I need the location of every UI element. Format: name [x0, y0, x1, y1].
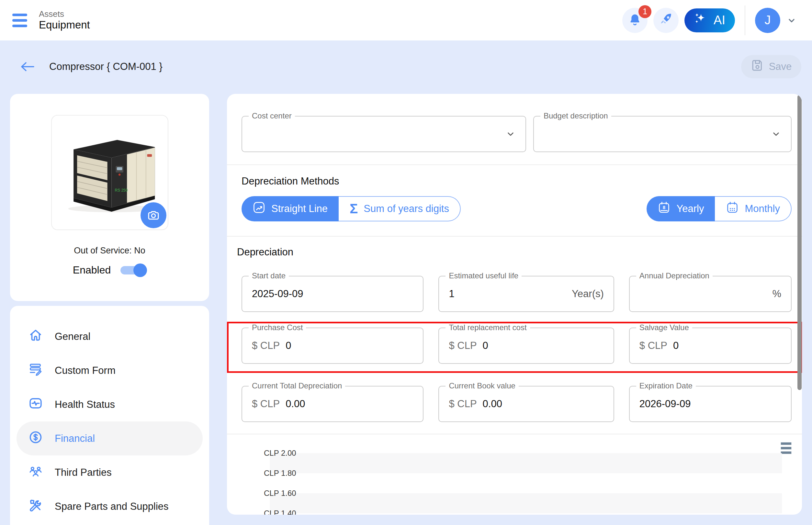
- field-label: Cost center: [249, 111, 295, 120]
- dollar-icon: [28, 430, 43, 447]
- field-annual-depreciation[interactable]: Annual Depreciation %: [629, 276, 792, 312]
- ai-assistant-button[interactable]: AI: [684, 9, 735, 32]
- chart-band: [270, 453, 782, 473]
- sidebar-item-label: Health Status: [55, 399, 115, 410]
- sidebar-item-spare-parts[interactable]: Spare Parts and Supplies: [16, 490, 203, 523]
- depreciation-heading: Depreciation: [237, 246, 792, 258]
- chart-axis-tick: CLP 2.00: [264, 449, 296, 458]
- app-title: Assets Equipment: [39, 10, 90, 31]
- change-photo-button[interactable]: [141, 202, 166, 228]
- trend-chart-icon: [253, 201, 265, 216]
- home-icon: [28, 328, 43, 345]
- sidebar-item-label: Third Parties: [55, 467, 112, 478]
- field-salvage-value[interactable]: Salvage Value $ CLP0: [629, 328, 792, 364]
- divider: [227, 434, 802, 434]
- header-divider: [745, 5, 745, 35]
- period-monthly-button[interactable]: Monthly: [715, 196, 792, 221]
- rocket-icon: [659, 13, 673, 28]
- enabled-toggle[interactable]: [120, 266, 146, 274]
- app-section-label: Assets: [39, 10, 90, 19]
- people-icon: [28, 464, 43, 481]
- page-title: Compressor { COM-001 }: [49, 61, 163, 73]
- field-label: Budget description: [540, 111, 611, 120]
- app-page-label: Equipment: [39, 19, 90, 31]
- method-segmented-control: Straight Line Σ Sum of years digits: [241, 196, 461, 221]
- sidebar-item-health-status[interactable]: Health Status: [16, 387, 203, 421]
- form-icon: [28, 362, 43, 379]
- health-icon: [28, 396, 43, 413]
- sidebar-item-third-parties[interactable]: Third Parties: [16, 455, 203, 490]
- enabled-label: Enabled: [73, 264, 111, 276]
- page-head: Compressor { COM-001 } Save: [0, 41, 812, 80]
- chart-menu-icon[interactable]: [781, 442, 792, 454]
- period-segmented-control: 8 Yearly Monthly: [647, 196, 792, 221]
- sidebar-item-custom-form[interactable]: Custom Form: [16, 354, 203, 387]
- calendar-8-icon: 8: [658, 201, 670, 216]
- avatar[interactable]: J: [755, 8, 780, 33]
- cost-center-select[interactable]: Cost center: [241, 116, 526, 152]
- sidebar-item-label: Financial: [55, 433, 95, 445]
- svg-text:8: 8: [663, 205, 665, 210]
- chart-axis-tick: CLP 1.40: [264, 509, 296, 515]
- field-current-total-depreciation[interactable]: Current Total Depreciation $ CLP0.00: [241, 386, 424, 422]
- out-of-service-status: Out of Service: No: [74, 246, 145, 256]
- chevron-down-icon: [505, 129, 516, 139]
- divider: [227, 236, 802, 237]
- budget-description-select[interactable]: Budget description: [533, 116, 792, 152]
- tools-icon: [28, 498, 43, 515]
- back-arrow-icon[interactable]: [20, 61, 34, 72]
- divider: [227, 164, 802, 165]
- calendar-dots-icon: [726, 201, 739, 216]
- financial-panel: Cost center Budget description Depreciat…: [227, 94, 802, 515]
- field-purchase-cost[interactable]: Purchase Cost $ CLP0: [241, 328, 424, 364]
- field-current-book-value[interactable]: Current Book value $ CLP0.00: [438, 386, 614, 422]
- camera-icon: [147, 208, 160, 223]
- chevron-down-icon: [771, 129, 781, 139]
- save-button-label: Save: [769, 61, 792, 73]
- sparkles-icon: [692, 10, 709, 30]
- floppy-disk-icon: [751, 59, 764, 75]
- left-column: RS 250 Out of Service: No Enabled: [10, 94, 209, 525]
- account-chevron-down-icon[interactable]: [786, 15, 797, 26]
- panel-scrollbar[interactable]: [797, 95, 802, 390]
- svg-text:RS 250: RS 250: [115, 188, 128, 193]
- notification-badge: 1: [638, 5, 651, 18]
- chart-band: [270, 493, 782, 513]
- depreciation-methods-heading: Depreciation Methods: [241, 176, 792, 187]
- period-yearly-button[interactable]: 8 Yearly: [647, 196, 715, 221]
- section-nav: General Custom Form Health Status Financ…: [10, 306, 209, 525]
- launcher-button[interactable]: [653, 8, 679, 33]
- chart-axis-tick: CLP 1.80: [264, 469, 296, 478]
- asset-photo: RS 250: [51, 115, 168, 230]
- ai-button-label: AI: [713, 13, 725, 27]
- chart-axis-tick: CLP 1.60: [264, 489, 296, 498]
- notifications-button[interactable]: 1: [622, 8, 648, 33]
- sidebar-item-label: General: [55, 331, 90, 343]
- sigma-icon: Σ: [350, 202, 358, 215]
- method-straight-line-button[interactable]: Straight Line: [241, 196, 339, 221]
- sidebar-item-general[interactable]: General: [16, 319, 203, 354]
- field-total-replacement-cost[interactable]: Total replacement cost $ CLP0: [438, 328, 614, 364]
- sidebar-item-label: Custom Form: [55, 365, 116, 376]
- top-bar: Assets Equipment 1 AI J: [0, 0, 812, 41]
- sidebar-item-label: Spare Parts and Supplies: [55, 501, 169, 512]
- asset-status-card: RS 250 Out of Service: No Enabled: [10, 94, 209, 301]
- save-button[interactable]: Save: [741, 55, 801, 78]
- depreciation-chart: CLP 2.00 CLP 1.80 CLP 1.60 CLP 1.40: [241, 438, 792, 515]
- menu-hamburger-icon[interactable]: [12, 14, 27, 27]
- field-start-date[interactable]: Start date 2025-09-09: [241, 276, 424, 312]
- field-expiration-date[interactable]: Expiration Date 2026-09-09: [629, 386, 792, 422]
- sidebar-item-financial[interactable]: Financial: [16, 421, 203, 455]
- method-sum-of-years-button[interactable]: Σ Sum of years digits: [339, 196, 461, 221]
- field-estimated-useful-life[interactable]: Estimated useful life 1Year(s): [438, 276, 614, 312]
